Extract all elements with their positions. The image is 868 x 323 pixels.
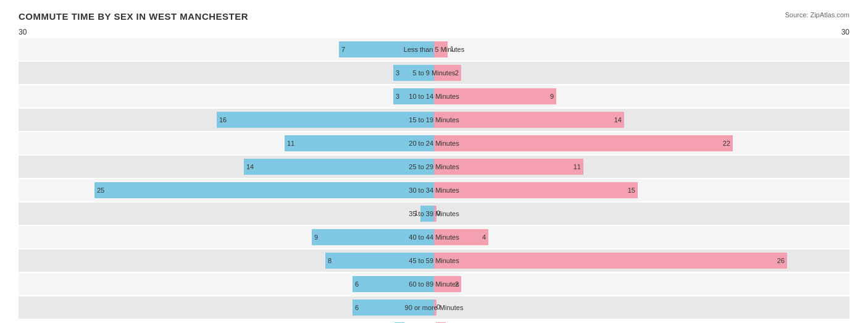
table-row: 90 or more Minutes60 (19, 296, 849, 319)
chart-title: COMMUTE TIME BY SEX IN WEST MANCHESTER (19, 11, 849, 22)
male-bar-container: 25 (19, 182, 434, 198)
male-bar: 7 (339, 41, 434, 57)
female-bar: 2 (434, 65, 461, 81)
axis-labels: 30 30 (19, 28, 849, 36)
male-bar-container: 3 (19, 88, 434, 104)
axis-max-label: 30 (841, 28, 849, 36)
female-bar: 9 (434, 88, 556, 104)
table-row: 35 to 39 Minutes10 (19, 203, 849, 225)
female-bar-container: 26 (434, 253, 849, 269)
female-bar: 4 (434, 229, 488, 245)
male-bar: 25 (94, 182, 434, 198)
male-bar: 9 (312, 229, 434, 245)
bars-area: Less than 5 Minutes715 to 9 Minutes3210 … (19, 38, 849, 319)
female-bar-container: 14 (434, 112, 849, 128)
male-bar-container: 7 (19, 41, 434, 57)
male-bar-container: 11 (19, 135, 434, 151)
male-bar-container: 14 (19, 159, 434, 175)
female-value: 0 (436, 209, 440, 217)
male-bar-container: 6 (19, 276, 434, 292)
source-label: Source: ZipAtlas.com (785, 11, 849, 19)
female-bar-container: 15 (434, 182, 849, 198)
female-bar: 2 (434, 276, 461, 292)
male-bar: 11 (285, 135, 434, 151)
female-bar: 15 (434, 182, 638, 198)
male-bar: 8 (325, 253, 434, 269)
female-value: 0 (436, 303, 440, 311)
female-bar-container: 22 (434, 135, 849, 151)
female-bar-container (434, 41, 849, 57)
male-bar: 3 (393, 65, 434, 81)
chart-container: COMMUTE TIME BY SEX IN WEST MANCHESTER S… (0, 0, 868, 323)
female-bar: 14 (434, 112, 624, 128)
male-bar-container (19, 206, 434, 222)
male-bar: 6 (353, 300, 434, 316)
table-row: Less than 5 Minutes71 (19, 38, 849, 61)
female-bar-container: 2 (434, 65, 849, 81)
table-row: 30 to 34 Minutes2515 (19, 179, 849, 201)
table-row: 10 to 14 Minutes39 (19, 85, 849, 107)
table-row: 5 to 9 Minutes32 (19, 62, 849, 84)
table-row: 40 to 44 Minutes94 (19, 226, 849, 248)
male-bar-container: 6 (19, 300, 434, 316)
male-bar: 3 (393, 88, 434, 104)
female-bar: 26 (434, 253, 787, 269)
male-bar: 6 (353, 276, 434, 292)
female-bar-container: 4 (434, 229, 849, 245)
female-bar-container (434, 206, 849, 222)
male-bar-container: 9 (19, 229, 434, 245)
male-bar-container: 3 (19, 65, 434, 81)
table-row: 60 to 89 Minutes62 (19, 273, 849, 295)
axis-min-label: 30 (19, 28, 27, 36)
table-row: 45 to 59 Minutes826 (19, 250, 849, 272)
female-value: 1 (450, 45, 454, 52)
female-bar-container (434, 300, 849, 316)
table-row: 20 to 24 Minutes1122 (19, 132, 849, 154)
male-value: 1 (414, 209, 418, 217)
male-bar-container: 16 (19, 112, 434, 128)
table-row: 25 to 29 Minutes1411 (19, 156, 849, 178)
female-bar-container: 9 (434, 88, 849, 104)
female-bar: 11 (434, 159, 583, 175)
female-bar-container: 11 (434, 159, 849, 175)
male-bar: 16 (217, 112, 434, 128)
male-bar (420, 206, 434, 222)
female-bar: 22 (434, 135, 733, 151)
female-bar (434, 41, 448, 57)
male-bar: 14 (244, 159, 434, 175)
male-bar-container: 8 (19, 253, 434, 269)
table-row: 15 to 19 Minutes1614 (19, 109, 849, 131)
female-bar-container: 2 (434, 276, 849, 292)
